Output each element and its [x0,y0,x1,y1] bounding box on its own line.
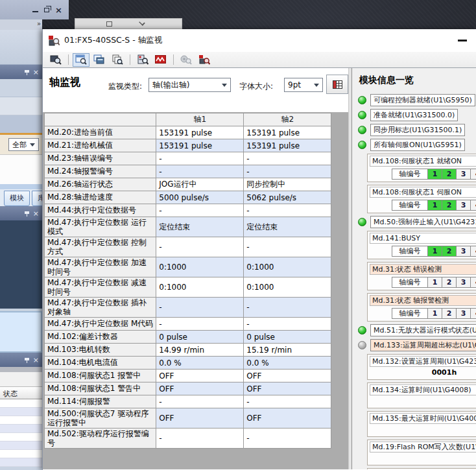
value-box-header: Md.135:最大运算时间(U1\G4009) [370,413,476,424]
axis-number-row: 轴编号1234 [392,277,476,288]
minimize-icon[interactable] [32,11,38,12]
row-label: Md.104:电机电流值 [45,357,156,370]
table-row: Md.502:驱动程序运行报警编号-- [45,429,331,449]
register-monitor-icon[interactable] [91,53,108,67]
row-value-axis1: 14.99 r/min [156,344,244,357]
element-list-area [0,154,42,184]
row-value-axis2: - [244,318,331,331]
row-value-axis1: - [156,395,244,408]
monitor-controls: 轴监视 监视类型: 轴(输出轴) 字体大小: 9pt [43,68,348,112]
module-info-panel: 模块信息一览 可编程控制器就绪(U1\G5950)准备就绪(U1\G31500.… [351,68,476,469]
table-row: Md.24:轴报警编号-- [45,165,331,178]
hidden-window-fragment [75,18,182,29]
axis-number-label: 轴编号 [392,246,428,257]
led-on-icon [358,326,366,335]
tab-library[interactable]: 库 [32,191,42,206]
tab-module[interactable]: 模块 [4,191,30,206]
value-box: Md.52:驱动程序间通信轴搜索中驱动程序间通信设置轴搜索中 [367,468,476,469]
axis-cell-2: 2 [442,246,457,257]
table-row: Md.20:进给当前值153191 pulse153191 pulse [45,126,331,139]
axis-cell-4: 4 [470,277,476,288]
table-row: Md.103:电机转数14.99 r/min15.19 r/min [45,344,331,357]
axis-status-box: Md.31:状态 轴报警检测轴编号1234 [367,293,476,322]
value-box: Md.134:运算时间(U1\G4008) [367,382,476,408]
row-value-axis2: - [244,395,331,408]
monitor-type-dropdown[interactable]: 轴(输出轴) [149,78,231,92]
row-label: Md.47:执行中定位数据 控制方式 [45,237,156,257]
axis-status-header: Md.141:BUSY [370,233,476,244]
close-icon[interactable]: × [55,6,62,14]
docked-panel [0,30,42,65]
led-on-icon [358,111,366,119]
module-status-item: 所有轴伺服ON(U1\G5951) [358,139,476,151]
toolbar-separator [173,54,174,65]
axis-number-row: 轴编号1234 [392,169,476,180]
led-on-icon [358,218,366,226]
panel-caption-bar: × [0,65,42,79]
value-box: Md.135:最大运算时间(U1\G4009) [367,411,476,437]
chevron-down-icon[interactable] [139,19,145,26]
axis-cell-3: 3 [456,308,471,319]
waveform-trace-icon[interactable] [152,53,169,67]
axis-number-label: 轴编号 [392,308,428,319]
pin-icon[interactable] [25,69,29,75]
chevron-down-icon [314,84,319,87]
table-display-button[interactable] [326,75,348,94]
font-size-dropdown[interactable]: 9pt [284,78,323,92]
overflow-chevron-icon[interactable]: » [0,19,42,30]
close-icon[interactable]: × [33,357,39,364]
status-label: 可编程控制器就绪(U1\G5950) [370,94,475,106]
minimize-icon[interactable] [458,40,467,41]
module-monitor-red-icon[interactable] [196,53,213,67]
row-label: Md.21:进给机械值 [45,139,156,152]
module-panel-items: 可编程控制器就绪(U1\G5950)准备就绪(U1\G31500.0)同步用标志… [358,94,476,469]
row-value-axis2: - [244,165,331,178]
docked-panel [0,79,42,97]
axis-monitor-window: 01:FX5-40SSC-S - 轴监视 轴监视 监视类型: 轴(输出轴) 字体… [42,29,476,470]
row-value-axis2: 0 pulse [244,331,331,344]
row-value-axis1: - [156,237,244,257]
row-label: Md.47:执行中定位数据 运行模式 [45,217,156,237]
panel-caption-bar: × [0,206,42,220]
column-header: 轴2 [244,113,331,126]
table-row: Md.21:进给机械值153191 pulse153191 pulse [45,139,331,152]
table-row: Md.47:执行中定位数据 减速时间号0:10000:1000 [45,277,331,298]
monitor-search-icon[interactable] [47,53,64,67]
pin-icon[interactable] [25,357,29,363]
row-label: Md.44:执行中定位数据号 [45,204,156,217]
row-value-axis1: 定位结束 [156,217,244,237]
row-value-axis2: OFF [244,382,331,395]
copy-monitor-icon[interactable] [109,53,126,67]
row-label: Md.24:轴报警编号 [45,165,156,178]
row-value-axis1: OFF [156,382,244,395]
maximize-box-icon[interactable] [106,21,112,27]
close-icon[interactable]: × [33,69,39,76]
row-label: Md.20:进给当前值 [45,126,156,139]
row-value-axis2: 153191 pulse [244,126,331,139]
row-label: Md.47:执行中定位数据 插补对象轴 [45,298,156,318]
close-icon[interactable]: × [33,210,39,217]
row-value-axis1: - [156,165,244,178]
display-monitor-icon[interactable] [73,53,89,67]
row-label: Md.114:伺服报警 [45,395,156,408]
row-value-axis2: - [244,152,331,165]
pin-icon[interactable] [25,211,29,217]
page-title: 轴监视 [49,76,80,89]
docked-panel [0,115,42,135]
module-search-icon[interactable] [134,53,151,67]
row-value-axis1: 0:1000 [156,277,244,298]
table-row: Md.47:执行中定位数据 运行模式定位结束定位结束 [45,217,331,237]
row-value-axis1: OFF [156,408,244,429]
axis-table-viewport: 轴1轴2 Md.20:进给当前值153191 pulse153191 pulse… [43,112,348,469]
docked-panel-dark [0,220,42,309]
filter-dropdown[interactable]: 全部 [8,138,39,151]
row-value-axis1: - [156,152,244,165]
column-header: 轴1 [156,113,244,126]
axis-status-header: Md.108:伺服状态1 伺服ON [370,187,476,198]
cam-monitor-icon[interactable] [178,53,195,67]
axis-table-header-row: 轴1轴2 [45,113,331,126]
restore-icon[interactable] [44,8,49,12]
status-row [0,425,42,433]
window-titlebar: 01:FX5-40SSC-S - 轴监视 [43,29,476,52]
filter-dropdown-value: 全部 [12,140,27,150]
